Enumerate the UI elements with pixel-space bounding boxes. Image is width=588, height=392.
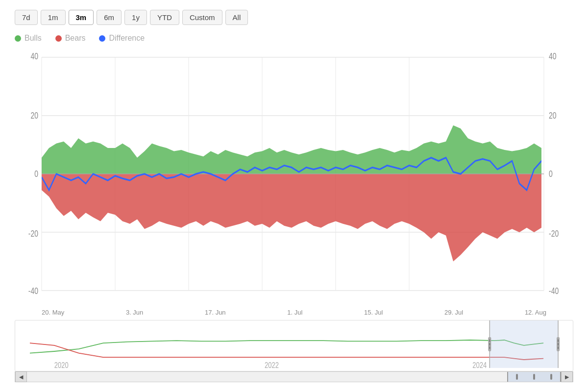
svg-text:20: 20 xyxy=(549,111,557,121)
x-label-4: 1. Jul xyxy=(287,309,302,316)
time-range-buttons: 7d 1m 3m 6m 1y YTD Custom All xyxy=(15,10,573,25)
svg-rect-31 xyxy=(489,340,490,342)
legend-difference: Difference xyxy=(99,34,145,43)
nav-track[interactable] xyxy=(27,372,561,382)
legend-bulls: Bulls xyxy=(15,34,42,43)
x-label-5: 15. Jul xyxy=(364,309,383,316)
svg-text:-20: -20 xyxy=(549,228,559,238)
btn-7d[interactable]: 7d xyxy=(15,10,38,25)
svg-text:20: 20 xyxy=(30,111,38,121)
btn-ytd[interactable]: YTD xyxy=(150,10,179,25)
legend-bears: Bears xyxy=(55,34,86,43)
mini-chart[interactable]: 2020 2022 2024 xyxy=(15,320,573,371)
svg-text:2024: 2024 xyxy=(472,361,487,369)
x-axis-labels: 20. May 3. Jun 17. Jun 1. Jul 15. Jul 29… xyxy=(15,307,573,318)
nav-grip-left xyxy=(516,374,518,380)
svg-text:40: 40 xyxy=(30,51,38,61)
svg-rect-27 xyxy=(490,320,558,368)
bears-dot xyxy=(55,35,62,42)
x-label-7: 12. Aug xyxy=(525,309,546,316)
svg-text:2022: 2022 xyxy=(265,361,279,369)
svg-text:0: 0 xyxy=(549,169,553,179)
diff-dot xyxy=(99,35,105,42)
svg-text:-40: -40 xyxy=(28,286,38,295)
btn-1m[interactable]: 1m xyxy=(41,10,66,25)
main-chart: 40 20 0 -20 -40 40 20 0 -20 -40 xyxy=(15,48,573,307)
diff-label: Difference xyxy=(109,34,145,43)
x-label-3: 17. Jun xyxy=(205,309,226,316)
svg-rect-36 xyxy=(558,343,559,345)
svg-text:40: 40 xyxy=(549,51,557,61)
btn-all[interactable]: All xyxy=(225,10,248,25)
svg-rect-37 xyxy=(558,346,559,349)
btn-custom[interactable]: Custom xyxy=(182,10,222,25)
nav-grip-center xyxy=(533,374,535,380)
btn-6m[interactable]: 6m xyxy=(97,10,122,25)
svg-text:-20: -20 xyxy=(28,228,38,238)
svg-text:-40: -40 xyxy=(549,286,559,295)
main-chart-svg: 40 20 0 -20 -40 40 20 0 -20 -40 xyxy=(15,48,573,307)
x-label-1: 20. May xyxy=(42,309,64,316)
nav-grip-right xyxy=(550,374,552,380)
bears-label: Bears xyxy=(65,34,86,43)
btn-1y[interactable]: 1y xyxy=(124,10,147,25)
bulls-label: Bulls xyxy=(24,34,42,43)
mini-chart-svg: 2020 2022 2024 xyxy=(15,320,573,371)
chart-legend: Bulls Bears Difference xyxy=(15,34,573,43)
x-label-6: 29. Jul xyxy=(444,309,463,316)
svg-rect-32 xyxy=(489,343,490,345)
btn-3m[interactable]: 3m xyxy=(69,10,94,25)
svg-text:2020: 2020 xyxy=(54,361,69,369)
nav-right-button[interactable]: ▶ xyxy=(561,371,573,382)
chart-wrapper: 40 20 0 -20 -40 40 20 0 -20 -40 xyxy=(15,48,573,382)
svg-rect-35 xyxy=(558,340,559,342)
nav-handle[interactable] xyxy=(507,372,561,382)
navigator-bar[interactable]: ◀ ▶ xyxy=(15,371,573,382)
x-label-2: 3. Jun xyxy=(126,309,143,316)
svg-text:0: 0 xyxy=(34,169,38,179)
nav-left-button[interactable]: ◀ xyxy=(15,371,27,382)
svg-rect-33 xyxy=(489,346,490,349)
main-container: 7d 1m 3m 6m 1y YTD Custom All Bulls Bear… xyxy=(0,0,588,392)
bulls-dot xyxy=(15,35,21,42)
